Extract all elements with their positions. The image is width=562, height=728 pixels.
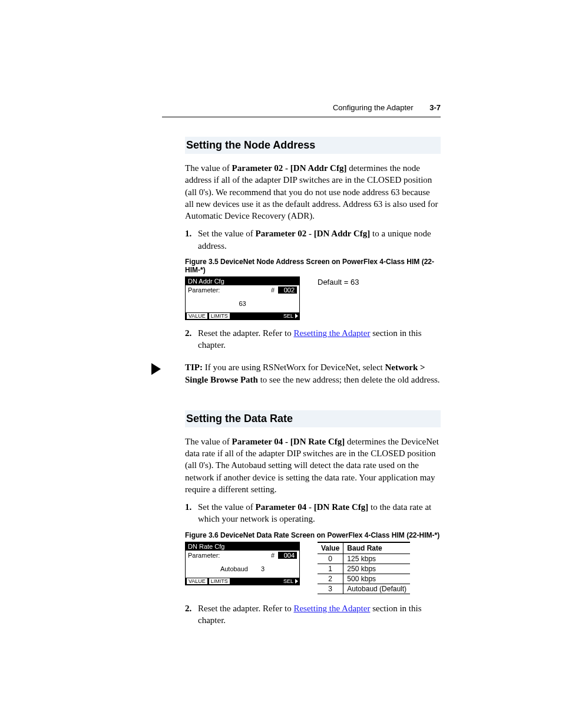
tip-triangle-icon [151, 363, 161, 375]
data-rate-step-1: 1. Set the value of Parameter 04 - [DN R… [185, 501, 441, 525]
figure-3-6-caption: Figure 3.6 DeviceNet Data Rate Screen on… [185, 531, 441, 539]
step-number: 1. [185, 501, 198, 525]
baud-rate-table: Value Baud Rate 0 125 kbps 1 250 kbps 2 … [318, 542, 410, 594]
data-rate-paragraph: The value of Parameter 04 - [DN Rate Cfg… [185, 436, 441, 495]
step-number: 1. [185, 228, 198, 252]
him-title-bar: DN Addr Cfg [186, 277, 299, 285]
him-param-number: 002 [278, 286, 297, 294]
heading-node-address: Setting the Node Address [185, 137, 441, 154]
him-footer: VALUELIMITS SEL [186, 578, 299, 585]
resetting-adapter-link[interactable]: Resetting the Adapter [293, 328, 370, 338]
triangle-right-icon [295, 579, 298, 584]
him-value-display: 63 [186, 295, 299, 312]
him-sel-label: SEL [283, 578, 293, 584]
header-page-number: 3-7 [429, 103, 441, 112]
figure-3-5-caption: Figure 3.5 DeviceNet Node Address Screen… [185, 258, 441, 274]
him-value-display: Autobaud 3 [186, 560, 299, 578]
table-row: 0 125 kbps [318, 554, 410, 564]
step-number: 2. [185, 327, 198, 351]
him-footer: VALUELIMITS SEL [186, 312, 299, 319]
data-rate-step-2: 2. Reset the adapter. Refer to Resetting… [185, 602, 441, 627]
him-title-bar: DN Rate Cfg [186, 542, 299, 551]
col-baud-rate: Baud Rate [343, 542, 410, 554]
him-value-button: VALUE [187, 578, 207, 584]
him-param-label: Parameter: [188, 286, 220, 294]
table-row: 1 250 kbps [318, 564, 410, 574]
him-limits-button: LIMITS [209, 578, 230, 584]
step-number: 2. [185, 602, 198, 627]
him-screen-node-addr: DN Addr Cfg Parameter: # 002 63 VALUELIM… [185, 276, 300, 320]
header-rule [162, 117, 441, 117]
him-param-number: 004 [278, 552, 297, 559]
him-limits-button: LIMITS [209, 313, 230, 319]
col-value: Value [318, 542, 343, 554]
resetting-adapter-link[interactable]: Resetting the Adapter [293, 604, 370, 613]
page-header: Configuring the Adapter 3-7 [333, 103, 441, 112]
him-value-button: VALUE [187, 313, 207, 319]
table-header-row: Value Baud Rate [318, 542, 410, 554]
table-row: 3 Autobaud (Default) [318, 584, 410, 594]
header-section: Configuring the Adapter [333, 103, 414, 112]
him-param-label: Parameter: [188, 552, 220, 559]
default-note: Default = 63 [318, 278, 359, 286]
node-address-step-2: 2. Reset the adapter. Refer to Resetting… [185, 327, 441, 351]
node-address-step-1: 1. Set the value of Parameter 02 - [DN A… [185, 228, 441, 252]
triangle-right-icon [295, 314, 298, 318]
him-screen-data-rate: DN Rate Cfg Parameter: # 004 Autobaud 3 … [185, 542, 300, 585]
him-sel-label: SEL [283, 313, 293, 319]
heading-data-rate: Setting the Data Rate [185, 410, 441, 427]
table-row: 2 500 kbps [318, 574, 410, 584]
node-address-paragraph: The value of Parameter 02 - [DN Addr Cfg… [185, 162, 441, 222]
tip-block: TIP: If you are using RSNetWorx for Devi… [185, 361, 441, 386]
